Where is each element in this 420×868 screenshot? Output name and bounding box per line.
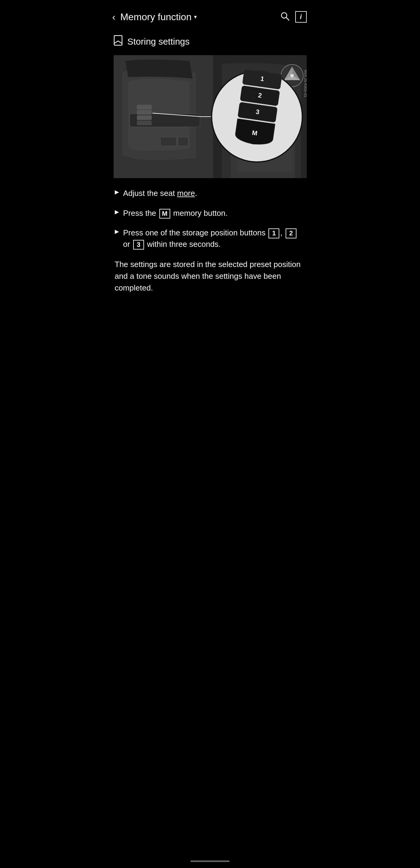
svg-rect-8 <box>137 121 152 125</box>
dropdown-arrow-icon[interactable]: ▾ <box>194 13 197 20</box>
header-icons: i <box>280 11 307 23</box>
instruction-step-3: ▶ Press one of the storage position butt… <box>115 227 305 250</box>
svg-text:M: M <box>251 129 258 137</box>
svg-text:N54.25-4305-31: N54.25-4305-31 <box>303 70 307 97</box>
instruction-text-1: Adjust the seat more. <box>123 188 197 199</box>
bookmark-icon <box>114 35 123 48</box>
svg-point-13 <box>290 74 294 78</box>
instruction-text-2: Press the M memory button. <box>123 208 228 219</box>
instruction-step-1: ▶ Adjust the seat more. <box>115 188 305 199</box>
svg-rect-10 <box>178 137 188 146</box>
car-image: 1 2 3 M N54.25-4305-31 <box>114 55 307 178</box>
section-heading: Storing settings <box>114 35 307 48</box>
svg-rect-9 <box>160 137 176 146</box>
header: ‹ Memory function ▾ i <box>105 0 315 29</box>
header-title-row: Memory function ▾ <box>120 11 197 23</box>
info-button[interactable]: i <box>295 11 307 23</box>
bullet-icon-1: ▶ <box>115 189 119 195</box>
key-1: 1 <box>268 228 279 238</box>
more-link[interactable]: more <box>177 189 195 198</box>
key-2: 2 <box>286 228 296 238</box>
instructions-list: ▶ Adjust the seat more. ▶ Press the M me… <box>114 188 307 294</box>
instruction-image: 1 2 3 M N54.25-4305-31 <box>114 55 307 178</box>
svg-rect-6 <box>137 110 152 115</box>
svg-rect-2 <box>114 36 122 45</box>
svg-rect-7 <box>137 116 152 120</box>
key-3: 3 <box>133 240 144 250</box>
svg-line-1 <box>286 18 289 20</box>
instruction-text-3: Press one of the storage position button… <box>123 227 305 250</box>
instruction-step-2: ▶ Press the M memory button. <box>115 208 305 219</box>
bullet-icon-3: ▶ <box>115 228 119 235</box>
back-button[interactable]: ‹ <box>111 11 117 23</box>
header-left: ‹ Memory function ▾ <box>111 11 197 23</box>
summary-text: The settings are stored in the selected … <box>115 258 305 294</box>
page-title: Memory function <box>120 11 192 23</box>
main-content: Storing settings <box>105 29 315 306</box>
m-key: M <box>159 209 170 218</box>
svg-rect-5 <box>137 105 152 110</box>
car-door-illustration: 1 2 3 M N54.25-4305-31 <box>114 55 307 178</box>
section-title: Storing settings <box>127 36 190 47</box>
bullet-icon-2: ▶ <box>115 209 119 215</box>
search-button[interactable] <box>280 11 290 23</box>
info-icon: i <box>300 13 301 21</box>
